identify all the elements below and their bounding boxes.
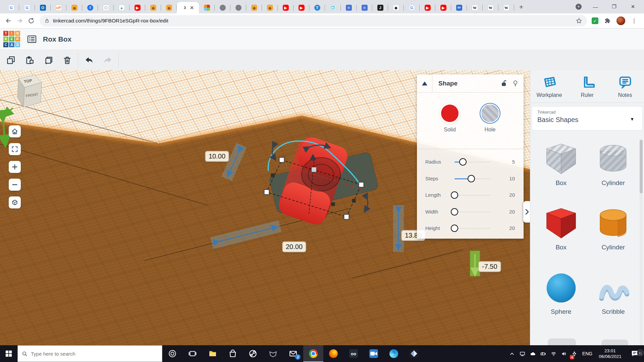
tool-workplane[interactable]: Workplane [530,70,568,103]
browser-tab[interactable] [199,2,215,13]
browser-tab[interactable]: ▶ [420,2,435,13]
shape-sphere[interactable]: Sphere [535,268,587,333]
browser-tab[interactable]: G [404,2,420,13]
browser-tab[interactable]: ▶ [129,2,145,13]
new-tab-button[interactable]: + [516,2,526,12]
shape-hole-box[interactable]: Box [535,140,587,204]
slider-track[interactable] [454,178,491,179]
tool-notes[interactable]: Notes [606,70,644,103]
browser-tab[interactable]: = [357,2,372,13]
material-solid[interactable]: Solid [437,105,463,133]
design-title[interactable]: Rox Box [43,35,71,43]
window-maximize-button[interactable]: ❐ [609,4,619,10]
browser-tab[interactable]: ▶ [435,2,451,13]
browser-tab[interactable]: ▶ [278,2,293,13]
browser-tab[interactable] [145,2,161,13]
material-hole[interactable]: Hole [477,105,503,133]
browser-menu-icon[interactable] [631,18,637,24]
bookmark-star-icon[interactable] [576,17,582,24]
tray-dropbox[interactable]: 4 [569,345,580,362]
shape-orange-cylinder[interactable]: Cylinder [587,204,640,268]
browser-tab[interactable]: W [483,2,498,13]
delete-icon[interactable] [58,53,76,68]
browser-tab[interactable] [66,2,82,13]
browser-tab[interactable] [230,2,246,13]
taskbar-app-infinity[interactable]: oo [343,345,364,362]
browser-tab[interactable]: G [19,2,35,13]
browser-tab[interactable]: = [341,2,357,13]
start-button[interactable] [0,345,17,362]
browser-tab[interactable] [262,2,278,13]
window-minimize-button[interactable]: — [590,4,600,10]
browser-tab[interactable]: ▶ [293,2,309,13]
solid-swatch-circle[interactable] [441,105,459,122]
ortho-button[interactable] [9,196,21,208]
taskbar-app-store[interactable] [223,345,243,362]
search-input[interactable] [31,351,158,357]
shape-scribble[interactable]: Scribble [587,268,640,333]
taskbar-app-firefox[interactable] [323,345,343,362]
shape-category-dropdown[interactable]: Tinkercad Basic Shapes ▼ [532,106,643,130]
browser-tab[interactable] [215,2,230,13]
duplicate-icon[interactable] [39,53,58,68]
zoom-out-button[interactable] [9,179,21,191]
adblock-extension-icon[interactable]: ✓ [592,17,598,24]
lock-icon[interactable] [498,78,509,89]
slider-track[interactable] [454,228,491,229]
taskbar-app-explorer[interactable] [203,345,223,362]
window-close-button[interactable]: ✕ [628,4,638,10]
browser-tab[interactable] [246,2,262,13]
taskbar-app-chrome[interactable] [303,345,323,362]
browser-tab[interactable]: ❒ [325,2,341,13]
height-handle-green[interactable] [470,251,480,276]
taskbar-app-swirl[interactable] [384,345,404,362]
browser-tab[interactable]: f [82,2,98,13]
url-omnibox[interactable]: tinkercad.com/things/9FBOR1eSGpR-rox-box… [40,15,587,26]
shape-hole-cylinder[interactable]: Cylinder [587,140,640,204]
tray-cloud[interactable] [528,345,538,362]
zoom-in-button[interactable] [9,161,21,173]
taskbar-search[interactable] [17,345,162,362]
tray-volume[interactable] [559,345,569,362]
dim-label-height[interactable]: -7.50 [479,262,500,272]
paste-icon[interactable] [20,53,39,68]
taskbar-app-cortana[interactable] [162,345,182,362]
browser-tab-active[interactable]: 3✕ [177,2,199,13]
copy-icon[interactable] [1,53,20,68]
gallery-scrollbar-thumb[interactable] [640,140,643,193]
slider-thumb[interactable] [451,208,458,216]
browser-tab[interactable]: J [372,2,388,13]
tray-chevron-up[interactable] [507,345,517,362]
transparency-bulb-icon[interactable] [509,78,521,89]
taskbar-clock[interactable]: 23:01 06/06/2021 [595,348,625,359]
browser-tab[interactable]: 3D [451,2,467,13]
browser-tab[interactable]: cP [51,2,66,13]
tab-search-icon[interactable]: ▼ [576,4,582,10]
home-button[interactable] [9,125,21,137]
back-icon[interactable] [3,15,14,26]
shape-red-box[interactable]: Box [535,204,587,268]
browser-tab[interactable] [161,2,177,13]
extensions-puzzle-icon[interactable] [604,17,611,24]
browser-tab[interactable]: O [35,2,51,13]
fit-view-button[interactable] [9,143,21,155]
browser-tab[interactable]: ▲ [114,2,129,13]
redo-icon[interactable] [98,53,117,68]
slider-track[interactable] [454,195,491,196]
browser-tab[interactable]: W [498,2,514,13]
forward-icon[interactable] [14,15,25,26]
language-indicator[interactable]: ENG [580,351,595,356]
tinkercad-logo[interactable]: TINKERCAD [3,31,20,48]
reload-icon[interactable] [25,15,37,26]
browser-tab[interactable]: ⬡ [98,2,114,13]
slider-thumb[interactable] [468,175,475,182]
slider-track[interactable] [454,162,491,163]
tray-cast[interactable] [517,345,528,362]
slider-thumb[interactable] [451,225,458,232]
taskbar-app-steam[interactable] [243,345,263,362]
taskbar-app-video[interactable] [364,345,384,362]
panel-collapse-button[interactable] [417,74,432,93]
browser-profile-avatar[interactable] [616,16,625,25]
dim-label-length[interactable]: 20.00 [283,242,306,252]
tab-close-icon[interactable]: ✕ [190,5,194,10]
